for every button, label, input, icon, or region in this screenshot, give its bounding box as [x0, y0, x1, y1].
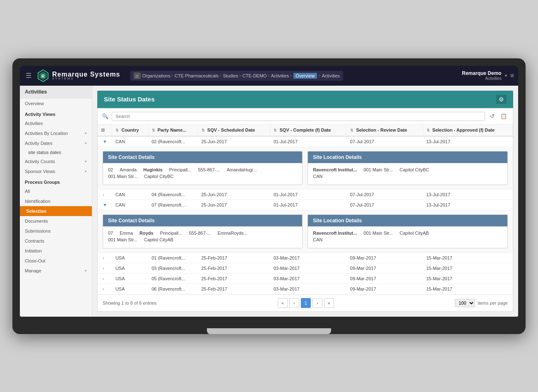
sidebar: Activities Overview Activity Views Activ…: [20, 86, 92, 317]
svg-text:R: R: [41, 74, 45, 79]
export-button[interactable]: 📋: [499, 112, 509, 120]
cell-sqv-scheduled: 25-Jun-2017: [198, 136, 270, 147]
breadcrumb-cte-pharma[interactable]: CTE Pharmaceuticals ›: [175, 73, 221, 78]
sidebar-item-documents[interactable]: Documents: [20, 216, 92, 226]
sidebar-item-activity-counts[interactable]: Activity Counts ▾: [20, 156, 92, 166]
cell-sqv-scheduled: 25-Jun-2017: [198, 189, 270, 200]
page-title: Site Status Dates: [104, 96, 155, 103]
row-expand-button[interactable]: ›: [101, 276, 106, 281]
cell-country: USA: [112, 263, 148, 273]
table-row: ▼ CAN 07 (Ravencroft... 25-Jun-2017 01-J…: [98, 200, 513, 210]
site-location-panel-1: Site Location Details Ravencroft Institu…: [307, 151, 507, 185]
col-sqv-complete[interactable]: ⇅ SQV - Complete (f) Date: [270, 125, 347, 136]
sidebar-item-activity-dates[interactable]: Activity Dates ▾: [20, 138, 92, 148]
table-row: › USA 01 (Ravencroft... 25-Feb-2017 03-M…: [98, 253, 513, 263]
col-country[interactable]: ⇅ Country: [112, 125, 148, 136]
row-expand-button[interactable]: ▼: [101, 139, 109, 144]
sidebar-item-manage[interactable]: Manage ▾: [20, 266, 92, 276]
cell-sel-approved: 13-Jul-2017: [423, 136, 513, 147]
chevron-icon: ▾: [85, 169, 87, 173]
cell-country: USA: [112, 284, 148, 294]
row-expand-button[interactable]: ›: [101, 265, 106, 271]
sidebar-item-contracts[interactable]: Contracts: [20, 236, 92, 246]
site-location-body-1: Ravencroft Institut... 001 Main Str... C…: [308, 163, 507, 185]
refresh-button[interactable]: ↺: [488, 112, 496, 120]
sidebar-item-identification[interactable]: Identification: [20, 196, 92, 206]
sidebar-item-closeout[interactable]: Close-Out: [20, 256, 92, 266]
cell-sel-review: 07-Jul-2017: [347, 189, 423, 200]
cell-sqv-scheduled: 25-Feb-2017: [198, 263, 270, 273]
sidebar-item-sponsor-views[interactable]: Sponsor Views ▾: [20, 166, 92, 176]
cell-sel-approved: 13-Jul-2017: [423, 200, 513, 210]
breadcrumb-activities-2[interactable]: Activities: [322, 73, 340, 78]
sort-icon: ⇅: [115, 128, 119, 132]
cell-party-name: 03 (Ravencroft...: [148, 263, 198, 273]
cell-country: CAN: [112, 200, 148, 210]
cell-sqv-complete: 03-Mar-2017: [270, 253, 347, 263]
hamburger-menu[interactable]: ☰: [24, 70, 33, 81]
row-expand-button[interactable]: ▼: [101, 202, 109, 208]
monitor-base: [207, 328, 331, 334]
chevron-icon: ▾: [85, 269, 87, 273]
row-expand-button[interactable]: ›: [101, 255, 106, 261]
cell-party-name: 04 (Ravencroft...: [148, 189, 198, 200]
home-icon[interactable]: ⌂: [134, 72, 141, 79]
sidebar-item-activities[interactable]: Activities: [20, 118, 92, 128]
sort-icon: ⇅: [202, 128, 205, 132]
user-dropdown-chevron[interactable]: ▾: [505, 73, 507, 78]
table-row: › USA 03 (Ravencroft... 25-Feb-2017 03-M…: [98, 263, 513, 273]
filter-icon[interactable]: ⊞: [101, 127, 105, 132]
sidebar-item-overview[interactable]: Overview: [20, 99, 92, 108]
cell-party-name: 02 (Ravencroft...: [148, 136, 198, 147]
table-detail-row: Site Contact Details 07 Emma Royds Princ…: [98, 210, 513, 253]
sidebar-section-process-groups: Process Groups: [20, 176, 92, 186]
page-prev-button[interactable]: ‹: [289, 298, 299, 308]
cell-sel-approved: 13-Jul-2017: [423, 189, 513, 200]
table-detail-row: Site Contact Details 02 Amanda Huginkis …: [98, 147, 513, 189]
page-header: Site Status Dates ⚙: [97, 91, 513, 108]
cell-sqv-complete: 03-Mar-2017: [270, 273, 347, 284]
sidebar-subitem-site-status[interactable]: site status dates: [20, 148, 92, 156]
sidebar-item-all[interactable]: All: [20, 186, 92, 196]
col-sel-review[interactable]: ⇅ Selection - Review Date: [347, 125, 423, 136]
cell-sel-review: 09-Mar-2017: [347, 273, 423, 284]
logo: R Remarque Systems SYSTEMS: [36, 69, 120, 82]
nav-menu-icon[interactable]: ≡: [510, 72, 514, 79]
settings-button[interactable]: ⚙: [496, 95, 507, 104]
search-input[interactable]: [112, 112, 485, 121]
items-per-page-select[interactable]: 100 50 25: [455, 299, 475, 307]
breadcrumb-organizations[interactable]: Organizations ›: [142, 73, 173, 78]
breadcrumb-overview[interactable]: Overview: [293, 73, 317, 79]
row-expand-button[interactable]: ›: [101, 286, 106, 292]
breadcrumb-activities[interactable]: Activities ›: [271, 73, 292, 78]
pagination-bar: Showing 1 to 8 of 8 entries « ‹ 1 › » 10…: [98, 294, 513, 311]
cell-sel-review: 09-Mar-2017: [347, 253, 423, 263]
breadcrumb-studies[interactable]: Studies ›: [223, 73, 241, 78]
page-next-button[interactable]: ›: [312, 298, 322, 308]
sidebar-item-initiation[interactable]: Initiation: [20, 246, 92, 256]
row-expand-button[interactable]: ›: [101, 192, 106, 197]
breadcrumb-cte-demo[interactable]: CTE-DEMO ›: [243, 73, 269, 78]
col-party-name[interactable]: ⇅ Party Name...: [148, 125, 198, 136]
cell-sel-approved: 15-Mar-2017: [423, 253, 513, 263]
cell-party-name: 01 (Ravencroft...: [148, 253, 198, 263]
col-sqv-scheduled[interactable]: ⇅ SQV - Scheduled Date: [198, 125, 270, 136]
col-sel-approved[interactable]: ⇅ Selection - Approved (f) Date: [423, 125, 513, 136]
cell-sel-review: 09-Mar-2017: [347, 263, 423, 273]
breadcrumb: ⌂ Organizations › CTE Pharmaceuticals › …: [130, 71, 343, 81]
navbar: ☰ R Remarque Systems SYSTEMS ⌂ Organizat…: [20, 66, 518, 86]
sidebar-item-submissions[interactable]: Submissions: [20, 226, 92, 236]
sidebar-item-activities-by-location[interactable]: Activities By Location ▾: [20, 128, 92, 138]
chevron-icon: ▾: [85, 131, 87, 135]
pagination-info: Showing 1 to 8 of 8 entries: [103, 301, 156, 305]
cell-sel-approved: 15-Mar-2017: [423, 284, 513, 294]
monitor-stand: [228, 317, 310, 328]
site-contact-body-1: 02 Amanda Huginkis Principall... 555-867…: [103, 163, 302, 185]
page-1-button[interactable]: 1: [301, 298, 311, 308]
sidebar-title: Activities: [20, 86, 92, 99]
cell-country: CAN: [112, 189, 148, 200]
page-first-button[interactable]: «: [278, 298, 288, 308]
page-last-button[interactable]: »: [324, 298, 334, 308]
sort-icon: ⇅: [152, 128, 155, 132]
sidebar-item-selection[interactable]: Selection: [20, 206, 92, 216]
